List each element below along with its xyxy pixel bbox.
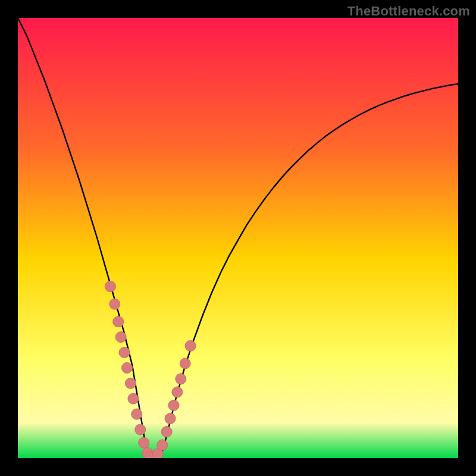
data-marker (128, 393, 139, 404)
chart-frame: TheBottleneck.com (0, 0, 476, 476)
data-marker (105, 281, 115, 292)
watermark-text: TheBottleneck.com (347, 4, 470, 19)
data-marker (180, 358, 190, 369)
data-marker (176, 374, 186, 384)
data-marker (168, 400, 179, 411)
data-marker (119, 347, 130, 358)
gradient-background (18, 18, 458, 458)
plot-area (18, 18, 458, 458)
data-marker (165, 413, 176, 424)
data-marker (161, 427, 172, 437)
data-marker (135, 424, 146, 435)
data-marker (139, 437, 149, 448)
data-marker (185, 340, 196, 351)
data-marker (122, 362, 133, 373)
data-marker (125, 378, 136, 389)
data-marker (157, 440, 168, 450)
data-marker (109, 299, 120, 309)
data-marker (115, 332, 126, 343)
data-marker (131, 409, 142, 419)
data-marker (113, 317, 124, 327)
chart-svg (18, 18, 458, 458)
data-marker (172, 387, 183, 397)
